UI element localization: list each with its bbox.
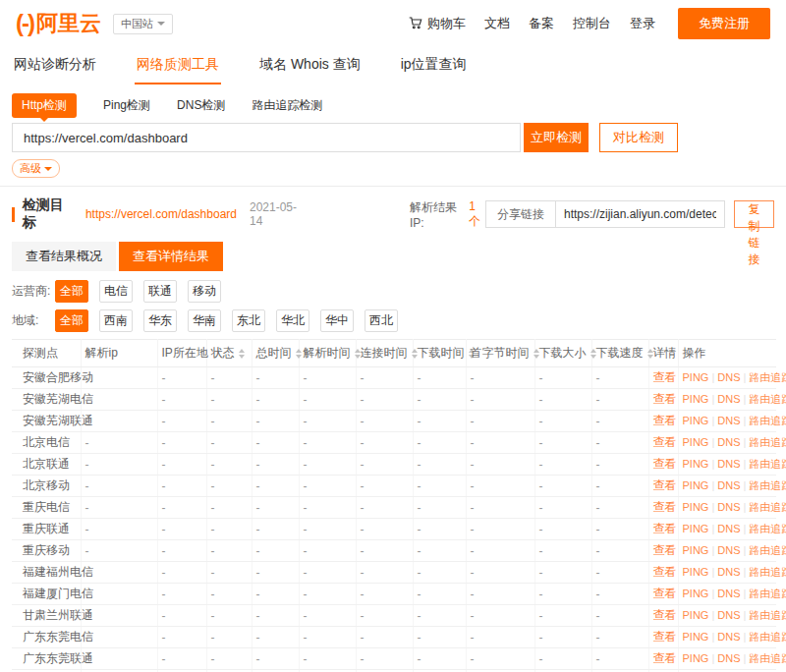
action-link-ping[interactable]: PING <box>683 458 709 470</box>
view-detail-link[interactable]: 查看 <box>653 370 677 384</box>
view-detail-link[interactable]: 查看 <box>653 392 677 406</box>
col-header-9[interactable]: 首字节时间 <box>466 340 534 367</box>
filter-option-东北[interactable]: 东北 <box>232 309 265 332</box>
detect-type-tab-2[interactable]: Ping检测 <box>103 97 150 114</box>
action-link-路由追踪[interactable]: 路由追踪 <box>749 501 786 513</box>
action-link-dns[interactable]: DNS <box>717 631 740 643</box>
action-link-路由追踪[interactable]: 路由追踪 <box>749 588 786 599</box>
view-detail-link[interactable]: 查看 <box>653 435 677 449</box>
site-selector[interactable]: 中国站 <box>113 14 173 34</box>
action-link-dns[interactable]: DNS <box>717 609 740 621</box>
action-link-ping[interactable]: PING <box>683 631 709 643</box>
detect-type-tab-4[interactable]: 路由追踪检测 <box>252 97 322 114</box>
action-link-路由追踪[interactable]: 路由追踪 <box>749 609 786 621</box>
action-link-ping[interactable]: PING <box>683 479 709 491</box>
action-link-ping[interactable]: PING <box>683 652 709 664</box>
detect-type-tab-3[interactable]: DNS检测 <box>177 97 225 114</box>
view-detail-link[interactable]: 查看 <box>653 414 677 427</box>
col-header-4[interactable]: 状态 <box>206 340 252 367</box>
view-detail-link[interactable]: 查看 <box>653 608 677 622</box>
filter-option-华中[interactable]: 华中 <box>320 309 354 332</box>
action-link-路由追踪[interactable]: 路由追踪 <box>749 393 786 405</box>
view-detail-link[interactable]: 查看 <box>653 630 677 644</box>
col-header-11[interactable]: 下载速度 <box>591 340 648 367</box>
copy-link-button[interactable]: 复制链接 <box>734 200 774 228</box>
action-link-路由追踪[interactable]: 路由追踪 <box>749 631 786 643</box>
action-link-路由追踪[interactable]: 路由追踪 <box>749 652 786 664</box>
view-detail-link[interactable]: 查看 <box>653 522 677 535</box>
header-link-5[interactable]: 登录 <box>630 15 655 32</box>
action-link-路由追踪[interactable]: 路由追踪 <box>749 458 786 470</box>
filter-option-华北[interactable]: 华北 <box>276 309 309 332</box>
filter-option-全部[interactable]: 全部 <box>55 280 88 303</box>
header-link-1[interactable]: 购物车 <box>408 15 466 33</box>
nav-tab-3[interactable]: 域名 Whois 查询 <box>257 49 363 84</box>
filter-option-移动[interactable]: 移动 <box>188 280 221 303</box>
view-detail-link[interactable]: 查看 <box>653 457 677 471</box>
filter-option-全部[interactable]: 全部 <box>55 309 88 332</box>
action-link-路由追踪[interactable]: 路由追踪 <box>749 479 786 491</box>
action-link-dns[interactable]: DNS <box>717 393 740 405</box>
nav-tab-2[interactable]: 网络质测工具 <box>135 49 221 84</box>
action-link-路由追踪[interactable]: 路由追踪 <box>749 544 786 556</box>
view-detail-link[interactable]: 查看 <box>653 478 677 492</box>
filter-option-联通[interactable]: 联通 <box>143 280 177 303</box>
action-link-ping[interactable]: PING <box>683 415 709 426</box>
view-detail-link[interactable]: 查看 <box>653 500 677 514</box>
compare-button[interactable]: 对比检测 <box>599 123 678 152</box>
nav-tab-4[interactable]: ip位置查询 <box>399 49 469 84</box>
result-tab-1[interactable]: 查看结果概况 <box>12 242 116 271</box>
detect-button[interactable]: 立即检测 <box>524 123 589 152</box>
action-link-dns[interactable]: DNS <box>717 436 740 448</box>
sort-icon[interactable] <box>239 349 245 359</box>
col-header-10[interactable]: 下载大小 <box>534 340 591 367</box>
action-link-ping[interactable]: PING <box>683 566 709 578</box>
action-link-路由追踪[interactable]: 路由追踪 <box>749 415 786 426</box>
view-detail-link[interactable]: 查看 <box>653 587 677 600</box>
action-link-dns[interactable]: DNS <box>717 544 740 556</box>
action-link-路由追踪[interactable]: 路由追踪 <box>749 566 786 578</box>
url-input[interactable] <box>12 123 521 152</box>
target-url-link[interactable]: https://vercel.com/dashboard <box>85 207 237 221</box>
action-link-dns[interactable]: DNS <box>717 479 740 491</box>
action-link-ping[interactable]: PING <box>683 588 709 599</box>
filter-option-西南[interactable]: 西南 <box>99 309 133 332</box>
share-link-input[interactable] <box>555 200 725 228</box>
action-link-ping[interactable]: PING <box>683 523 709 534</box>
view-detail-link[interactable]: 查看 <box>653 543 677 557</box>
filter-option-华南[interactable]: 华南 <box>188 309 221 332</box>
register-button[interactable]: 免费注册 <box>678 8 770 39</box>
action-link-dns[interactable]: DNS <box>717 566 740 578</box>
view-detail-link[interactable]: 查看 <box>653 565 677 579</box>
action-link-ping[interactable]: PING <box>683 436 709 448</box>
sort-icon[interactable] <box>296 349 302 359</box>
filter-option-西北[interactable]: 西北 <box>365 309 398 332</box>
aliyun-logo[interactable]: (-) 阿里云 <box>16 9 101 38</box>
action-link-dns[interactable]: DNS <box>717 523 740 534</box>
action-link-路由追踪[interactable]: 路由追踪 <box>749 523 786 534</box>
header-link-2[interactable]: 文档 <box>484 15 510 32</box>
col-header-6[interactable]: 解析时间 <box>299 340 356 367</box>
result-tab-2[interactable]: 查看详情结果 <box>119 242 223 271</box>
action-link-路由追踪[interactable]: 路由追踪 <box>749 436 786 448</box>
filter-option-华东[interactable]: 华东 <box>143 309 177 332</box>
header-link-4[interactable]: 控制台 <box>573 15 611 32</box>
action-link-ping[interactable]: PING <box>683 371 709 383</box>
action-link-ping[interactable]: PING <box>683 609 709 621</box>
col-header-5[interactable]: 总时间 <box>252 340 299 367</box>
action-link-dns[interactable]: DNS <box>717 458 740 470</box>
action-link-路由追踪[interactable]: 路由追踪 <box>749 371 786 383</box>
action-link-dns[interactable]: DNS <box>717 652 740 664</box>
col-header-7[interactable]: 连接时间 <box>356 340 413 367</box>
action-link-dns[interactable]: DNS <box>717 371 740 383</box>
action-link-dns[interactable]: DNS <box>717 415 740 426</box>
nav-tab-1[interactable]: 网站诊断分析 <box>12 49 98 84</box>
action-link-dns[interactable]: DNS <box>717 501 740 513</box>
filter-option-电信[interactable]: 电信 <box>99 280 133 303</box>
view-detail-link[interactable]: 查看 <box>653 651 677 665</box>
col-header-8[interactable]: 下载时间 <box>413 340 466 367</box>
header-link-3[interactable]: 备案 <box>529 15 554 32</box>
action-link-ping[interactable]: PING <box>683 544 709 556</box>
action-link-dns[interactable]: DNS <box>717 588 740 599</box>
advanced-toggle[interactable]: 高级 <box>12 159 60 178</box>
